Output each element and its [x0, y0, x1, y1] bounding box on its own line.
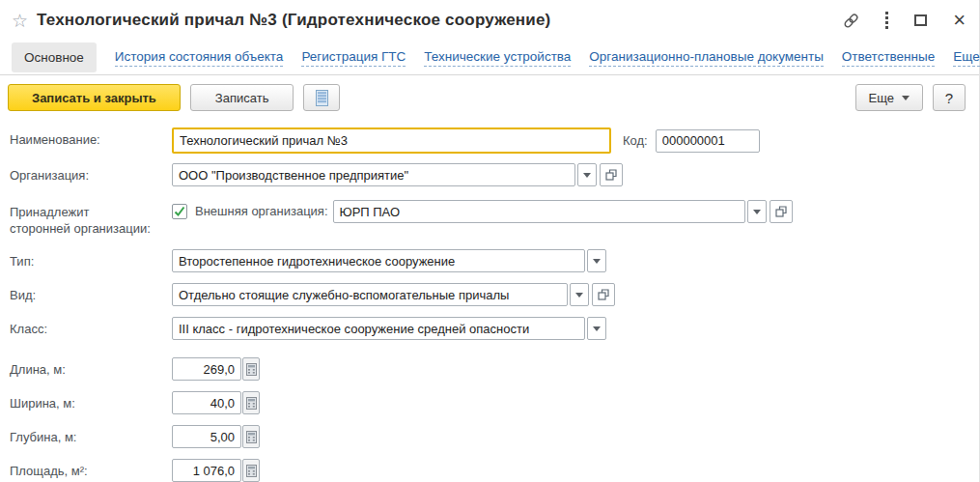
kind-label: Вид:	[10, 283, 172, 303]
more-actions-button[interactable]: Еще	[855, 84, 923, 111]
organization-row: Организация:	[10, 163, 969, 186]
length-input[interactable]	[172, 357, 241, 381]
name-row: Наименование: Код:	[10, 128, 969, 154]
chevron-down-icon	[575, 293, 583, 298]
organization-input[interactable]	[172, 163, 575, 186]
type-input[interactable]	[172, 249, 585, 272]
belongs-label: Принадлежит сторонней организации:	[10, 200, 172, 237]
green-checkmark-icon	[173, 205, 186, 218]
organization-dropdown-button[interactable]	[577, 163, 597, 186]
register-records-button[interactable]	[303, 84, 340, 111]
name-label: Наименование:	[10, 128, 172, 148]
favorite-star-icon[interactable]: ☆	[12, 12, 37, 30]
calculator-icon	[246, 397, 257, 410]
kind-dropdown-button[interactable]	[570, 283, 589, 306]
object-form-window: ☆ Технологический причал №3 (Гидротехнич…	[0, 0, 980, 482]
maximize-icon[interactable]	[914, 14, 927, 26]
open-item-icon	[598, 289, 609, 300]
open-item-icon	[605, 169, 617, 181]
depth-row: Глубина, м:	[10, 425, 969, 448]
link-icon[interactable]	[843, 13, 859, 29]
class-row: Класс:	[10, 317, 969, 340]
depth-calculator-button[interactable]	[242, 425, 260, 448]
type-dropdown-button[interactable]	[587, 249, 606, 272]
tab-registratsiya-gts[interactable]: Регистрация ГТС	[301, 49, 406, 67]
width-label: Ширина, м:	[10, 391, 172, 411]
chevron-down-icon	[902, 96, 910, 100]
class-label: Класс:	[10, 317, 172, 337]
belongs-row: Принадлежит сторонней организации: Внешн…	[10, 200, 969, 237]
tab-tekhnicheskie-ustroystva[interactable]: Технические устройства	[424, 49, 571, 67]
type-label: Тип:	[10, 249, 172, 269]
external-organization-label: Внешняя организация:	[195, 204, 328, 218]
more-actions-label: Еще	[869, 91, 894, 105]
window-controls: ×	[843, 10, 966, 31]
form-body: Наименование: Код: Организация: Принадле…	[0, 120, 979, 482]
more-menu-icon[interactable]	[885, 12, 888, 29]
calculator-icon	[246, 431, 257, 443]
kind-open-button[interactable]	[592, 283, 615, 306]
width-input[interactable]	[172, 391, 241, 414]
striped-list-icon	[316, 90, 328, 106]
title-bar: ☆ Технологический причал №3 (Гидротехнич…	[0, 0, 979, 41]
kind-row: Вид:	[10, 283, 969, 306]
open-item-icon	[775, 206, 787, 217]
tab-org-planovye-dokumenty[interactable]: Организационно-плановые документы	[589, 49, 824, 67]
close-icon[interactable]: ×	[953, 10, 966, 31]
type-row: Тип:	[10, 249, 969, 272]
calculator-icon	[246, 465, 257, 477]
organization-open-button[interactable]	[600, 163, 623, 186]
calculator-icon	[246, 363, 257, 376]
chevron-down-icon	[593, 259, 601, 264]
code-label: Код:	[623, 132, 648, 149]
area-label: Площадь, м²:	[10, 459, 172, 479]
tab-more-label: Еще...	[953, 49, 980, 64]
code-input[interactable]	[656, 129, 760, 153]
area-input[interactable]	[172, 459, 241, 482]
external-organization-input[interactable]	[333, 200, 745, 223]
class-dropdown-button[interactable]	[587, 317, 606, 340]
command-bar: Записать и закрыть Записать Еще ?	[0, 75, 979, 120]
external-organization-dropdown-button[interactable]	[747, 200, 767, 223]
kind-input[interactable]	[172, 283, 568, 306]
width-calculator-button[interactable]	[242, 391, 260, 414]
chain-link-icon	[843, 13, 859, 29]
save-and-close-button[interactable]: Записать и закрыть	[8, 84, 181, 111]
help-button[interactable]: ?	[933, 84, 966, 111]
external-organization-open-button[interactable]	[770, 200, 793, 223]
tab-istoriya-sostoyaniya[interactable]: История состояния объекта	[115, 49, 284, 67]
class-input[interactable]	[172, 317, 585, 340]
save-button[interactable]: Записать	[190, 84, 294, 111]
organization-label: Организация:	[10, 163, 172, 184]
area-row: Площадь, м²:	[10, 459, 969, 482]
depth-input[interactable]	[172, 425, 241, 448]
depth-label: Глубина, м:	[10, 425, 172, 445]
chevron-down-icon	[753, 210, 761, 214]
belongs-checkbox[interactable]	[172, 204, 187, 219]
length-row: Длина, м:	[10, 357, 969, 381]
area-calculator-button[interactable]	[242, 459, 260, 482]
window-title: Технологический причал №3 (Гидротехничес…	[37, 11, 550, 30]
tab-osnovnoe[interactable]: Основное	[12, 43, 97, 72]
chevron-down-icon	[583, 173, 591, 178]
chevron-down-icon	[593, 326, 601, 331]
command-bar-right: Еще ?	[855, 84, 966, 111]
width-row: Ширина, м:	[10, 391, 969, 414]
tab-otvetstvennye[interactable]: Ответственные	[842, 49, 935, 67]
navigation-tabs: Основное История состояния объекта Регис…	[0, 41, 979, 75]
length-label: Длина, м:	[10, 357, 172, 378]
length-calculator-button[interactable]	[242, 357, 260, 381]
tab-more[interactable]: Еще...	[953, 49, 980, 67]
name-input[interactable]	[172, 128, 611, 154]
